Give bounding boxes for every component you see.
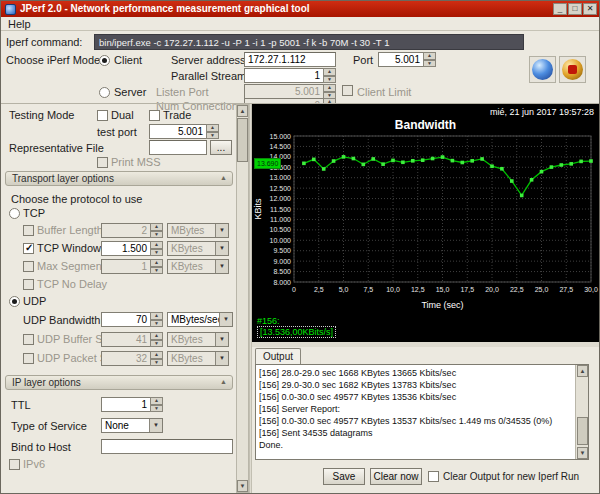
scroll-up-icon[interactable]: ▲ (577, 365, 588, 377)
server-address-field[interactable]: 172.27.1.112 (244, 52, 336, 67)
tcp-radio-label[interactable]: TCP (23, 207, 45, 219)
scroll-up-icon[interactable]: ▲ (237, 105, 248, 117)
udp-packet-unit-combo[interactable]: KBytes▼ (167, 351, 229, 366)
clear-now-button[interactable]: Clear now (370, 468, 422, 485)
client-limit-checkbox[interactable] (342, 85, 353, 96)
ip-section-header[interactable]: IP layer options ▲ (5, 375, 233, 390)
clear-output-checkbox[interactable] (428, 471, 439, 482)
tab-output[interactable]: Output (255, 348, 301, 364)
bind-to-host-field[interactable] (101, 439, 233, 454)
spin-up-icon[interactable]: ▲ (206, 124, 219, 132)
test-port-spinner[interactable]: 5.001 ▲▼ (149, 124, 219, 139)
spin-down-icon[interactable]: ▼ (150, 359, 163, 367)
udp-packet-spinner[interactable]: 32 ▲▼ (101, 351, 163, 366)
combo-arrow-icon: ▼ (215, 352, 228, 365)
stop-iperf-button[interactable] (559, 56, 586, 83)
spin-down-icon[interactable]: ▼ (150, 320, 163, 328)
dual-label[interactable]: Dual (111, 109, 134, 121)
spin-down-icon[interactable]: ▼ (150, 405, 163, 413)
scrollbar-thumb[interactable] (237, 118, 248, 162)
print-mss-checkbox[interactable] (97, 157, 108, 168)
buffer-length-unit-combo[interactable]: MBytes▼ (167, 223, 229, 238)
transport-section-header[interactable]: Transport layer options ▲ (5, 171, 233, 186)
legend-series-label[interactable]: #156: (257, 316, 280, 326)
spin-up-icon[interactable]: ▲ (150, 397, 163, 405)
close-button[interactable]: ✕ (583, 3, 597, 15)
scroll-down-icon[interactable]: ▼ (237, 480, 248, 492)
svg-text:15,0: 15,0 (436, 286, 450, 293)
tcp-no-delay-label: TCP No Delay (37, 278, 107, 290)
tcp-window-checkbox[interactable] (23, 243, 34, 254)
spin-down-icon[interactable]: ▼ (150, 231, 163, 239)
spin-down-icon[interactable]: ▼ (150, 267, 163, 275)
spin-down-icon[interactable]: ▼ (206, 132, 219, 140)
spin-down-icon[interactable]: ▼ (150, 249, 163, 257)
max-segment-checkbox[interactable] (23, 261, 34, 272)
ipv6-checkbox[interactable] (9, 459, 20, 470)
spin-up-icon[interactable]: ▲ (150, 259, 163, 267)
tcp-window-spinner[interactable]: 1.500 ▲▼ (101, 241, 163, 256)
udp-radio[interactable] (9, 296, 20, 307)
save-button[interactable]: Save (323, 468, 365, 485)
tcp-radio[interactable] (9, 208, 20, 219)
spin-up-icon[interactable]: ▲ (150, 351, 163, 359)
spin-up-icon[interactable]: ▲ (323, 84, 336, 92)
client-radio[interactable] (99, 55, 110, 66)
udp-buffer-spinner[interactable]: 41 ▲▼ (101, 332, 163, 347)
spin-up-icon[interactable]: ▲ (323, 68, 336, 76)
ttl-spinner[interactable]: 1 ▲▼ (101, 397, 163, 412)
buffer-length-spinner[interactable]: 2 ▲▼ (101, 223, 163, 238)
spin-down-icon[interactable]: ▼ (423, 60, 436, 68)
menu-help[interactable]: Help (8, 18, 31, 30)
max-segment-unit-combo[interactable]: KBytes▼ (167, 259, 229, 274)
output-scrollbar[interactable]: ▲ ▼ (575, 365, 588, 459)
collapse-chevron-icon[interactable]: ▲ (220, 378, 227, 385)
port-spinner[interactable]: 5.001 ▲▼ (378, 52, 436, 67)
tcp-no-delay-checkbox[interactable] (23, 279, 34, 290)
spin-up-icon[interactable]: ▲ (423, 52, 436, 60)
scrollbar-thumb[interactable] (577, 417, 588, 445)
dual-checkbox[interactable] (97, 110, 108, 121)
udp-bandwidth-unit-combo[interactable]: MBytes/sec▼ (167, 312, 233, 327)
svg-text:10.000: 10.000 (270, 237, 292, 244)
udp-packet-checkbox[interactable] (23, 353, 34, 364)
minimize-button[interactable]: _ (553, 3, 567, 15)
client-radio-label[interactable]: Client (114, 54, 142, 66)
udp-radio-label[interactable]: UDP (23, 295, 46, 307)
parallel-streams-spinner[interactable]: 1 ▲▼ (244, 68, 336, 83)
buffer-length-checkbox[interactable] (23, 225, 34, 236)
scroll-down-icon[interactable]: ▼ (577, 447, 588, 459)
run-iperf-button[interactable] (529, 56, 556, 83)
server-radio[interactable] (99, 87, 110, 98)
listen-port-spinner[interactable]: 5.001 ▲▼ (244, 84, 336, 99)
max-segment-spinner[interactable]: 1 ▲▼ (101, 259, 163, 274)
tos-combo[interactable]: None▼ (101, 418, 163, 433)
spin-up-icon[interactable]: ▲ (150, 332, 163, 340)
output-textarea[interactable]: [156] 28.0-29.0 sec 1668 KBytes 13665 Kb… (255, 364, 589, 460)
run-globe-icon (532, 59, 553, 80)
trade-checkbox[interactable] (149, 110, 160, 121)
iperf-command-field[interactable]: bin/iperf.exe -c 172.27.1.112 -u -P 1 -i… (94, 34, 524, 50)
svg-text:17,5: 17,5 (460, 286, 474, 293)
server-radio-label[interactable]: Server (114, 86, 146, 98)
representative-file-field[interactable] (149, 140, 207, 155)
options-scrollbar[interactable]: ▲ ▼ (236, 104, 249, 493)
collapse-chevron-icon[interactable]: ▲ (220, 174, 227, 181)
udp-buffer-checkbox[interactable] (23, 334, 34, 345)
svg-text:7,5: 7,5 (363, 286, 373, 293)
tcp-window-unit-combo[interactable]: KBytes▼ (167, 241, 229, 256)
trade-label[interactable]: Trade (163, 109, 191, 121)
udp-bandwidth-spinner[interactable]: 70 ▲▼ (101, 312, 163, 327)
spin-up-icon[interactable]: ▲ (150, 241, 163, 249)
title-bar[interactable]: JPerf 2.0 - Network performance measurem… (1, 1, 599, 17)
spin-down-icon[interactable]: ▼ (323, 76, 336, 84)
maximize-button[interactable]: □ (568, 3, 582, 15)
spin-up-icon[interactable]: ▲ (150, 312, 163, 320)
spin-down-icon[interactable]: ▼ (150, 340, 163, 348)
udp-buffer-unit-combo[interactable]: KBytes▼ (167, 332, 229, 347)
spin-up-icon[interactable]: ▲ (150, 223, 163, 231)
app-icon (5, 4, 16, 15)
browse-button[interactable]: ... (210, 140, 232, 155)
legend-value-label[interactable]: [13.536,00KBits/s] (257, 326, 336, 338)
svg-text:12,5: 12,5 (411, 286, 425, 293)
